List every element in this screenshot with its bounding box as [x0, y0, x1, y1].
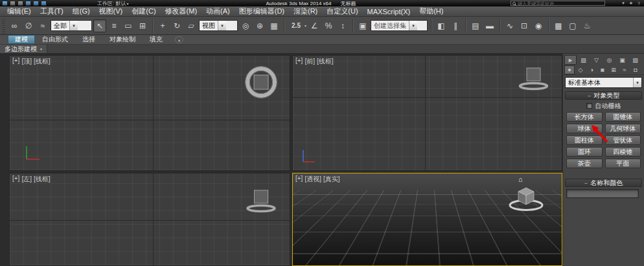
open-file-icon[interactable] — [17, 1, 23, 6]
snap-toggle-25-icon[interactable]: 2.5 — [288, 19, 305, 32]
viewport-menu-plus[interactable]: [+] — [12, 175, 19, 184]
use-pivot-center-icon[interactable]: ◎ — [239, 19, 252, 32]
menu-tools[interactable]: 工具(T) — [36, 6, 68, 16]
viewport-menu-shading[interactable]: [线框] — [34, 57, 51, 66]
select-and-move-icon[interactable]: + — [156, 19, 169, 32]
category-lights-icon[interactable]: ◑ — [586, 65, 597, 74]
geosphere-button[interactable]: 几何球体 — [605, 124, 641, 133]
menu-graph-editors[interactable]: 图形编辑器(D) — [235, 6, 289, 16]
menu-group[interactable]: 组(G) — [68, 6, 95, 16]
mirror-icon[interactable]: ◧ — [435, 19, 448, 32]
window-crossing-icon[interactable]: ⊞ — [136, 19, 149, 32]
tab-display-icon[interactable]: ▣ — [616, 55, 628, 65]
box-and-torus-front-view[interactable] — [514, 58, 553, 94]
viewport-menu-plus[interactable]: [+] — [295, 175, 303, 184]
undo-icon[interactable] — [33, 1, 39, 6]
box-button[interactable]: 长方体 — [566, 112, 603, 122]
viewport-top[interactable]: [+] [顶] [线框] — [9, 55, 290, 171]
material-editor-icon[interactable]: ◉ — [532, 19, 545, 32]
category-shapes-icon[interactable]: ◇ — [575, 65, 586, 74]
viewport-menu-shading[interactable]: [线框] — [34, 175, 51, 184]
menu-edit[interactable]: 编辑(E) — [3, 6, 36, 16]
viewport-menu-name[interactable]: [透视] — [305, 175, 321, 184]
menu-create[interactable]: 创建(C) — [127, 6, 160, 16]
box-and-torus-left-view[interactable] — [242, 179, 281, 215]
category-helpers-icon[interactable]: ⊞ — [608, 65, 619, 74]
render-setup-icon[interactable]: ▩ — [552, 19, 565, 32]
select-and-link-icon[interactable]: ∞ — [8, 19, 21, 32]
viewport-menu-plus[interactable]: [+] — [295, 57, 303, 66]
unlink-selection-icon[interactable]: ∅ — [22, 19, 35, 32]
spinner-snap-icon[interactable]: ↕ — [336, 19, 349, 32]
menu-animation[interactable]: 动画(A) — [201, 6, 235, 16]
torus-and-box-top-view[interactable] — [240, 62, 282, 104]
primitive-category-dropdown[interactable]: 标准基本体 ▼ — [565, 77, 642, 88]
viewport-menu-name[interactable]: [顶] — [21, 57, 32, 66]
viewport-menu-name[interactable]: [左] — [21, 175, 32, 184]
category-cameras-icon[interactable]: ◙ — [597, 65, 608, 74]
category-geometry-icon[interactable]: ● — [564, 65, 575, 74]
ribbon-tab-modeling[interactable]: 建模 — [8, 35, 35, 44]
menu-customize[interactable]: 自定义(U) — [322, 6, 362, 16]
new-scene-icon[interactable] — [10, 1, 16, 6]
box-and-torus-perspective[interactable] — [507, 177, 549, 216]
angle-snap-icon[interactable]: ∠ — [308, 19, 321, 32]
ribbon-toggle-icon[interactable]: ▬ — [483, 19, 496, 32]
reference-coordinate-dropdown[interactable]: 视图 ▼ — [199, 20, 238, 31]
menu-maxscript[interactable]: MAXScript(X) — [363, 6, 415, 16]
tab-hierarchy-icon[interactable]: ▽ — [590, 55, 603, 65]
bind-to-space-warp-icon[interactable]: ≈ — [36, 19, 49, 32]
name-color-rollout-header[interactable]: − 名称和颜色 — [565, 179, 642, 187]
favorites-icon[interactable]: ★ — [629, 1, 633, 6]
menu-modifiers[interactable]: 修改器(M) — [161, 6, 202, 16]
search-input[interactable] — [518, 1, 603, 6]
ribbon-tab-freeform[interactable]: 自由形式 — [35, 35, 75, 44]
save-file-icon[interactable] — [25, 1, 31, 6]
tab-create-icon[interactable]: ► — [564, 55, 577, 65]
object-name-field[interactable] — [566, 189, 639, 198]
plane-button[interactable]: 平面 — [605, 159, 641, 168]
ribbon-minimize-icon[interactable]: ▴ — [175, 36, 183, 43]
menu-rendering[interactable]: 渲染(R) — [289, 6, 322, 16]
tube-button[interactable]: 管状体 — [605, 135, 641, 145]
viewport-perspective[interactable]: [+] [透视] [真实] ⌂ — [292, 173, 562, 266]
tab-motion-icon[interactable]: ◎ — [603, 55, 615, 65]
tab-utilities-icon[interactable]: ▨ — [629, 55, 641, 65]
object-name-input[interactable] — [567, 190, 638, 197]
pyramid-button[interactable]: 四棱锥 — [605, 147, 641, 157]
category-systems-icon[interactable]: ◘ — [630, 65, 641, 74]
named-selection-set-dropdown[interactable]: 创建选择集 ▼ — [371, 20, 428, 31]
polygon-modeling-panel[interactable]: 多边形建模 ▾ — [0, 45, 47, 53]
object-type-rollout-header[interactable]: − 对象类型 — [565, 91, 642, 100]
help-icon[interactable]: ? — [638, 1, 640, 6]
select-and-manipulate-icon[interactable]: ⊕ — [253, 19, 266, 32]
chevron-down-icon[interactable]: ▾ — [305, 23, 306, 28]
ribbon-tab-object-paint[interactable]: 对象绘制 — [102, 35, 143, 44]
rectangular-selection-icon[interactable]: ▭ — [122, 19, 135, 32]
select-and-scale-icon[interactable]: ▱ — [185, 19, 198, 32]
sign-in-icon[interactable]: ▾ — [622, 1, 625, 6]
viewport-menu-shading[interactable]: [线框] — [317, 57, 334, 66]
sphere-button[interactable]: 球体 — [566, 124, 603, 133]
workspace-selector[interactable]: 工作区: 默认 ▾ — [97, 0, 128, 6]
viewport-menu-name[interactable]: [前] — [305, 57, 315, 66]
toolbar-drag-handle[interactable] — [2, 18, 5, 34]
viewport-front[interactable]: [+] [前] [线框] — [292, 55, 562, 171]
render-production-icon[interactable]: ♨ — [581, 19, 593, 32]
viewport-menu-plus[interactable]: [+] — [12, 57, 19, 66]
tab-modify-icon[interactable]: ▧ — [577, 55, 590, 65]
viewcube-home-icon[interactable]: ⌂ — [518, 175, 523, 183]
category-space-warps-icon[interactable]: ≈ — [619, 65, 630, 74]
edit-named-sets-icon[interactable]: ▣ — [356, 19, 369, 32]
torus-button[interactable]: 圆环 — [566, 147, 603, 157]
schematic-view-icon[interactable]: ⊡ — [518, 19, 531, 32]
viewport-left[interactable]: [+] [左] [线框] — [9, 173, 290, 266]
select-and-rotate-icon[interactable]: ↻ — [170, 19, 183, 32]
layer-manager-icon[interactable]: ▤ — [469, 19, 482, 32]
select-object-icon[interactable]: ↖ — [93, 19, 106, 32]
align-icon[interactable]: ∥ — [449, 19, 462, 32]
percent-snap-icon[interactable]: % — [322, 19, 335, 32]
cylinder-button[interactable]: 圆柱体 — [566, 135, 603, 145]
keyboard-override-icon[interactable]: ▦ — [268, 19, 281, 32]
infocenter-search[interactable] — [511, 1, 605, 6]
